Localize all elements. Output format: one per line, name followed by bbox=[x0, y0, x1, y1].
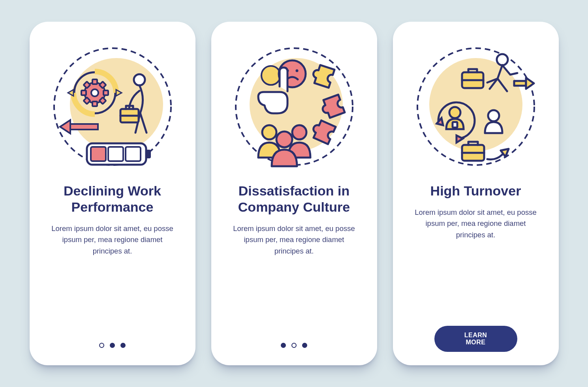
svg-rect-7 bbox=[92, 79, 97, 84]
onboarding-card-2: Dissatisfaction in Company Culture Lorem… bbox=[211, 22, 377, 365]
svg-point-45 bbox=[488, 110, 499, 121]
card-body: Lorem ipsum dolor sit amet, eu posse ips… bbox=[49, 223, 176, 257]
dissatisfaction-culture-icon bbox=[233, 45, 355, 168]
card-body: Lorem ipsum dolor sit amet, eu posse ips… bbox=[413, 207, 539, 241]
svg-point-31 bbox=[262, 125, 276, 139]
pager-dot-3[interactable] bbox=[120, 343, 126, 348]
svg-rect-24 bbox=[126, 147, 141, 161]
high-turnover-icon bbox=[415, 45, 537, 168]
svg-point-38 bbox=[497, 54, 508, 65]
svg-point-33 bbox=[276, 132, 292, 147]
svg-rect-15 bbox=[70, 124, 98, 130]
svg-point-43 bbox=[449, 107, 460, 118]
svg-point-27 bbox=[261, 66, 280, 85]
svg-rect-9 bbox=[81, 90, 86, 95]
card-body: Lorem ipsum dolor sit amet, eu posse ips… bbox=[231, 223, 357, 257]
svg-point-30 bbox=[295, 70, 298, 72]
svg-rect-39 bbox=[514, 81, 526, 86]
pager-dots bbox=[30, 343, 195, 348]
pager-dot-2[interactable] bbox=[291, 343, 297, 348]
pager-dot-3[interactable] bbox=[302, 343, 307, 348]
svg-point-0 bbox=[70, 58, 163, 151]
card-title: Declining Work Performance bbox=[44, 183, 181, 215]
svg-point-17 bbox=[134, 74, 145, 85]
declining-performance-icon bbox=[51, 45, 174, 168]
svg-rect-21 bbox=[146, 150, 151, 158]
onboarding-card-1: Declining Work Performance Lorem ipsum d… bbox=[30, 22, 195, 365]
pager-dot-1[interactable] bbox=[99, 343, 104, 348]
svg-rect-10 bbox=[103, 90, 108, 95]
card-title: High Turnover bbox=[430, 183, 521, 199]
svg-marker-4 bbox=[68, 90, 73, 96]
svg-rect-44 bbox=[453, 122, 457, 128]
svg-rect-22 bbox=[91, 147, 106, 161]
onboarding-card-3: High Turnover Lorem ipsum dolor sit amet… bbox=[393, 22, 559, 365]
svg-rect-8 bbox=[92, 101, 97, 106]
svg-rect-23 bbox=[108, 147, 123, 161]
svg-point-6 bbox=[91, 89, 98, 96]
svg-marker-16 bbox=[60, 120, 70, 133]
learn-more-button[interactable]: LEARN MORE bbox=[434, 326, 517, 352]
pager-dot-2[interactable] bbox=[110, 343, 115, 348]
svg-point-32 bbox=[292, 125, 306, 139]
card-title: Dissatisfaction in Company Culture bbox=[225, 183, 363, 215]
pager-dot-1[interactable] bbox=[281, 343, 286, 348]
pager-dots bbox=[211, 343, 377, 348]
svg-marker-40 bbox=[526, 78, 534, 89]
